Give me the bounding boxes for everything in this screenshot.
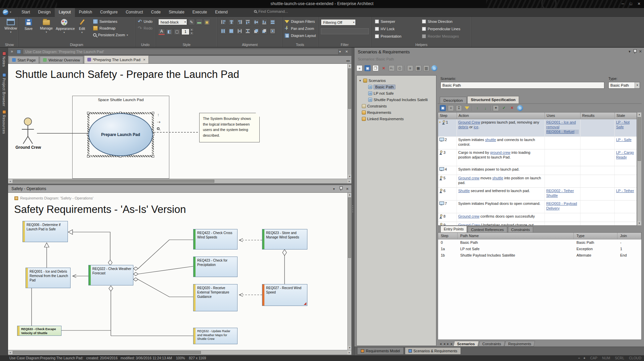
entry-point-row[interactable]: 1b Shuttle Payload Includes Satellite Al… <box>438 252 641 259</box>
requirement-req027[interactable]: REQ027 - Record Wind Speed <box>262 284 307 306</box>
copy-icon[interactable]: ❐ <box>373 65 379 71</box>
scenario-step-row[interactable]: 2 System initiates shuttle and connects … <box>438 137 637 149</box>
tab-entry-points[interactable]: Entry Points <box>440 226 467 232</box>
align-top-icon[interactable] <box>245 19 251 25</box>
align-bottom-icon[interactable] <box>261 19 267 25</box>
appearance-button[interactable]: Appearance ▾ <box>56 18 73 40</box>
uses-cell[interactable] <box>545 137 581 149</box>
manage-button[interactable]: Manage ▾ <box>38 18 55 40</box>
ribbon-tab-layout[interactable]: Layout <box>55 8 75 17</box>
print-icon[interactable]: ⎙ <box>397 65 403 71</box>
scroll-up-icon[interactable]: ▲ <box>637 112 641 117</box>
generate-diagram-icon[interactable]: ✦ <box>493 105 499 111</box>
uses-cell[interactable] <box>545 166 581 175</box>
style-copy-button[interactable]: ▣ <box>204 19 210 25</box>
tree-item-basic-path[interactable]: Basic Path <box>368 84 395 90</box>
ribbon-tab-publish[interactable]: Publish <box>75 8 96 17</box>
perpendicular-lines-checkbox[interactable]: Perpendicular Lines <box>422 26 460 32</box>
requirement-req001[interactable]: REQ001 - Ice and Debris Removal from the… <box>26 268 71 288</box>
use-case-diagram-canvas[interactable]: Shuttle Launch Safety - Prepare the Laun… <box>8 64 347 179</box>
actor-label[interactable]: Ground Crew <box>15 145 41 150</box>
add-step-icon[interactable]: ＋ <box>448 105 454 111</box>
tab-requirements-bottom[interactable]: Requirements <box>505 341 535 347</box>
tree-item-shuttle-payload[interactable]: Shuttle Payload Includes Satelli <box>368 97 428 103</box>
bring-to-front-icon[interactable] <box>253 28 259 34</box>
column-header-action[interactable]: Action <box>457 112 545 119</box>
delete-icon[interactable]: ✕ <box>381 65 387 71</box>
uses-cell[interactable] <box>545 222 581 225</box>
action-cell[interactable]: Ground crew moves shuttle into position … <box>457 175 545 187</box>
panel-close-icon[interactable]: ✕ <box>639 49 642 54</box>
dock-tab-resources[interactable]: Resources <box>0 110 8 134</box>
expander-icon[interactable]: ▼ <box>359 79 362 82</box>
fill-color-button[interactable]: ◧ <box>166 29 173 35</box>
pin-icon[interactable] <box>338 186 343 192</box>
app-menu-caret-icon[interactable]: ▾ <box>10 10 11 14</box>
align-center-icon[interactable] <box>228 19 234 25</box>
state-cell[interactable]: LP - Tether <box>615 188 636 200</box>
caption-close-icon[interactable]: ✕ <box>345 186 350 192</box>
results-cell[interactable] <box>581 149 615 166</box>
tab-description[interactable]: Description <box>440 97 467 103</box>
filter-text-field[interactable] <box>321 28 369 34</box>
diagram-layout-button[interactable]: Diagram Layout <box>285 33 316 38</box>
tab-preparing-the-launch-pad[interactable]: *Preparing The Launch Pad ✕ <box>84 55 149 63</box>
resize-handle[interactable] <box>87 112 89 114</box>
column-header-step[interactable]: Step <box>438 233 458 239</box>
tab-constraints-bottom[interactable]: Constraints <box>478 341 505 347</box>
dock-tab-project-browser[interactable]: Project Browser <box>0 73 8 106</box>
tab-scroll-right-icon[interactable]: ▸ <box>446 342 449 346</box>
column-header-type[interactable]: Type <box>574 233 617 239</box>
dock-tab-notes[interactable]: Notes <box>0 52 8 67</box>
state-cell[interactable] <box>615 200 636 213</box>
state-cell[interactable]: LP - Not Safe <box>615 119 636 136</box>
scenario-type-combo[interactable]: Basic Path ▾ <box>608 82 640 89</box>
resize-handle[interactable] <box>87 155 89 157</box>
action-cell[interactable]: Ground Crew prepares launch pad, removin… <box>457 119 545 136</box>
options-icon[interactable]: ◎ <box>517 105 523 111</box>
align-right-icon[interactable] <box>237 19 243 25</box>
sort-icon[interactable]: A↓ <box>389 65 395 71</box>
options-icon[interactable]: ◎ <box>431 65 437 71</box>
same-height-icon[interactable] <box>220 28 226 34</box>
results-cell[interactable] <box>581 213 615 222</box>
horizontal-scrollbar-thumb[interactable] <box>13 351 201 354</box>
flat-view-icon[interactable]: ≡ <box>407 65 413 71</box>
scenario-step-row[interactable]: ▸1 Ground Crew prepares launch pad, remo… <box>438 119 637 137</box>
diagram-filters-button[interactable]: Diagram Filters <box>285 19 316 24</box>
same-size-icon[interactable] <box>228 28 234 34</box>
state-cell[interactable] <box>615 213 636 222</box>
find-command-search[interactable]: Find Command... <box>254 9 288 13</box>
caption-menu-icon[interactable]: ▾ <box>337 49 343 54</box>
scenario-step-row[interactable]: 7 System initiates Payload doors to open… <box>438 200 637 213</box>
line-width-spinner[interactable]: ▲ ▼ <box>181 28 194 35</box>
uses-cell[interactable]: REQ002 - Tether Shuttle <box>545 188 581 200</box>
tab-close-icon[interactable]: ✕ <box>143 58 146 61</box>
tab-start-page[interactable]: Start Page <box>9 56 39 63</box>
action-cell[interactable]: Ground Crew Undertakes payload change-ou… <box>457 222 545 225</box>
spec-scrollbar-thumb[interactable] <box>638 117 641 161</box>
tree-item-requirements[interactable]: Requirements <box>362 109 391 116</box>
columns-icon[interactable]: ▥ <box>423 65 429 71</box>
filter-icon[interactable] <box>464 105 470 111</box>
state-cell[interactable] <box>615 166 636 175</box>
ribbon-tab-simulate[interactable]: Simulate <box>165 8 188 17</box>
requirement-req423[interactable]: REQ423 - Check for Precipitation <box>193 257 238 277</box>
column-header-uses[interactable]: Uses <box>545 112 581 119</box>
action-cell[interactable]: System initiates shuttle and connects to… <box>457 137 545 149</box>
entry-point-row[interactable]: 1a LP not Safe Exception 1 <box>438 246 641 252</box>
tab-scroll-right-icon[interactable]: ▸ <box>348 59 350 62</box>
ribbon-tab-extend[interactable]: Extend <box>211 8 231 17</box>
undo-button[interactable]: ↶ Undo <box>138 19 153 24</box>
tab-scenarios[interactable]: Scenarios <box>453 341 479 347</box>
app-logo-icon[interactable] <box>3 9 8 15</box>
tree-item-linked-requirements[interactable]: Linked Requirements <box>362 116 404 122</box>
resize-handle[interactable] <box>152 112 154 114</box>
tree-item-scenarios[interactable]: ▼ Scenarios <box>359 78 386 84</box>
space-horizontal-icon[interactable] <box>237 28 243 34</box>
requirement-req532[interactable]: REQ532 - Update Radar and Weather Maps f… <box>193 328 238 344</box>
results-cell[interactable] <box>581 188 615 200</box>
show-direction-checkbox[interactable]: Show Direction <box>422 19 460 24</box>
move-step-down-icon[interactable]: ↓ <box>482 105 488 111</box>
new-item-icon[interactable]: ＋ <box>356 65 362 71</box>
